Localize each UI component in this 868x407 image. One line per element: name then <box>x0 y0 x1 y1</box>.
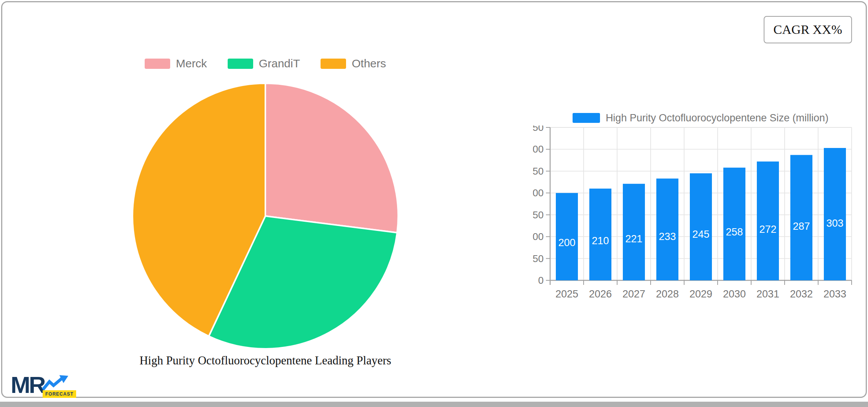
bar-legend-swatch <box>573 113 600 123</box>
pie-legend-item-grandit[interactable]: GrandiT <box>228 57 300 70</box>
bar-value-label: 258 <box>726 226 743 238</box>
bar-value-label: 272 <box>759 224 776 235</box>
x-category-label: 2026 <box>589 288 612 300</box>
logo-mr-text: MR <box>11 371 44 398</box>
y-tick-label: 350 <box>533 126 544 133</box>
x-category-label: 2031 <box>756 288 779 300</box>
bar-chart-panel: High Purity Octofluorocyclopentene Size … <box>533 110 868 318</box>
bar-2032[interactable] <box>790 155 812 280</box>
bar-value-label: 200 <box>558 237 575 248</box>
bar-2026[interactable] <box>589 189 611 280</box>
y-tick-label: 300 <box>533 143 544 155</box>
legend-label: GrandiT <box>259 57 300 70</box>
bar-value-label: 221 <box>625 233 642 245</box>
bottom-edge-bar <box>0 402 868 407</box>
pie-legend-item-others[interactable]: Others <box>321 57 386 70</box>
x-category-label: 2028 <box>656 288 679 300</box>
legend-swatch <box>228 59 253 69</box>
legend-swatch <box>145 59 170 69</box>
bar-value-label: 210 <box>592 235 609 246</box>
bar-2031[interactable] <box>757 162 779 280</box>
bar-2028[interactable] <box>656 178 678 280</box>
bar-2025[interactable] <box>556 193 578 280</box>
trend-arrow-icon <box>42 374 69 392</box>
y-tick-label: 100 <box>533 231 544 242</box>
bar-2030[interactable] <box>723 168 745 280</box>
pie-legend-item-merck[interactable]: Merck <box>145 57 207 70</box>
bar-chart: 0501001502002503003502002025210202622120… <box>533 126 868 316</box>
y-tick-label: 0 <box>538 275 544 286</box>
x-category-label: 2025 <box>555 288 578 300</box>
logo-forecast-text: FORECAST <box>43 390 76 398</box>
cagr-badge: CAGR XX% <box>764 16 852 43</box>
bar-value-label: 303 <box>826 218 843 229</box>
y-tick-label: 200 <box>533 187 544 199</box>
bar-2027[interactable] <box>623 184 645 280</box>
bar-value-label: 245 <box>692 229 709 240</box>
bar-2033[interactable] <box>824 148 846 280</box>
bar-legend-label: High Purity Octofluorocyclopentene Size … <box>606 112 828 124</box>
x-category-label: 2030 <box>723 288 746 300</box>
bar-value-label: 287 <box>793 221 810 232</box>
cagr-label: CAGR XX% <box>774 22 842 37</box>
y-tick-label: 150 <box>533 209 544 221</box>
x-category-label: 2033 <box>823 288 846 300</box>
y-tick-label: 50 <box>533 253 544 264</box>
x-category-label: 2027 <box>622 288 645 300</box>
pie-chart-title: High Purity Octofluorocyclopentene Leadi… <box>0 354 531 367</box>
x-category-label: 2032 <box>790 288 813 300</box>
legend-label: Others <box>352 57 386 70</box>
pie-legend: MerckGrandiTOthers <box>0 57 531 70</box>
bar-value-label: 233 <box>659 231 676 242</box>
legend-label: Merck <box>176 57 207 70</box>
mr-forecast-logo: MR FORECAST <box>11 374 72 399</box>
pie-chart <box>131 82 400 350</box>
x-category-label: 2029 <box>689 288 712 300</box>
pie-slice-merck[interactable] <box>265 83 398 233</box>
y-tick-label: 250 <box>533 165 544 177</box>
bar-legend[interactable]: High Purity Octofluorocyclopentene Size … <box>533 110 868 126</box>
bar-2029[interactable] <box>690 173 712 280</box>
legend-swatch <box>321 59 346 69</box>
